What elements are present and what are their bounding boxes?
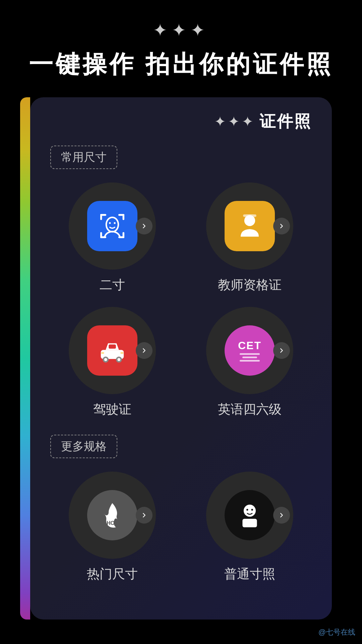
icon-hot: HOT: [87, 490, 137, 540]
section-common-label: 常用尺寸: [50, 146, 117, 169]
icon-wrap-car[interactable]: [69, 307, 156, 394]
icon-erchun: [87, 201, 137, 251]
svg-point-25: [246, 509, 248, 511]
person-icon: [235, 500, 265, 530]
sparkles-top: ✦✦✦: [153, 20, 209, 40]
svg-rect-1: [100, 214, 102, 220]
label-car: 驾驶证: [93, 401, 131, 418]
svg-text:HOT: HOT: [107, 520, 118, 526]
cet-line-3: [240, 360, 260, 362]
card-header: ✦✦✦ 证件照: [50, 111, 312, 132]
svg-point-19: [117, 358, 120, 361]
top-area: ✦✦✦ 一键操作 拍出你的证件照: [0, 0, 362, 87]
svg-rect-13: [243, 214, 256, 217]
svg-rect-7: [123, 232, 124, 238]
icon-wrap-erchun[interactable]: [69, 182, 156, 270]
chevron-hot[interactable]: [136, 507, 153, 524]
svg-rect-20: [101, 352, 104, 354]
svg-point-8: [106, 217, 118, 232]
main-title: 一键操作 拍出你的证件照: [29, 48, 333, 80]
label-normal: 普通寸照: [224, 566, 275, 583]
item-cet[interactable]: CET 英语四六级: [188, 307, 312, 418]
svg-point-26: [251, 509, 253, 511]
chevron-normal[interactable]: [273, 507, 290, 524]
common-items-grid: 二寸: [50, 182, 312, 418]
icon-normal: [225, 490, 275, 540]
label-cet: 英语四六级: [218, 401, 282, 418]
chevron-cet[interactable]: [273, 342, 290, 359]
teacher-icon: [235, 211, 265, 241]
item-hot[interactable]: HOT 热门尺寸: [50, 472, 174, 583]
icon-wrap-teacher[interactable]: [206, 182, 293, 270]
section-more-label: 更多规格: [50, 435, 117, 458]
card-title: 证件照: [259, 111, 312, 132]
label-teacher: 教师资格证: [218, 276, 282, 293]
icon-teacher: [225, 201, 275, 251]
item-teacher[interactable]: 教师资格证: [188, 182, 312, 293]
svg-point-23: [244, 505, 256, 517]
item-car[interactable]: 驾驶证: [50, 307, 174, 418]
watermark: @七号在线: [318, 627, 355, 637]
svg-rect-3: [123, 214, 124, 220]
hot-icon: HOT: [97, 500, 127, 530]
icon-wrap-cet[interactable]: CET: [206, 307, 293, 394]
car-icon: [97, 335, 127, 366]
svg-rect-5: [100, 232, 102, 238]
icon-wrap-hot[interactable]: HOT: [69, 472, 156, 559]
card-sparkles: ✦✦✦: [214, 113, 255, 130]
icon-cet: CET: [225, 325, 275, 376]
chevron-teacher[interactable]: [273, 218, 290, 234]
label-hot: 热门尺寸: [87, 566, 138, 583]
svg-rect-21: [120, 352, 123, 354]
item-erchun[interactable]: 二寸: [50, 182, 174, 293]
label-erchun: 二寸: [100, 276, 125, 293]
gradient-bar: [20, 97, 30, 620]
svg-point-9: [109, 222, 111, 224]
main-card: ✦✦✦ 证件照 常用尺寸: [30, 97, 332, 620]
chevron-erchun[interactable]: [136, 218, 153, 234]
cet-line-1: [240, 353, 260, 355]
svg-rect-24: [242, 519, 257, 527]
item-normal[interactable]: 普通寸照: [188, 472, 312, 583]
face-icon: [97, 211, 127, 241]
svg-point-10: [114, 222, 116, 224]
svg-point-17: [104, 358, 107, 361]
cet-lines: [240, 353, 260, 362]
chevron-car[interactable]: [136, 342, 153, 359]
cet-line-2: [242, 357, 257, 358]
icon-car: [87, 325, 137, 376]
cet-text: CET: [238, 339, 261, 352]
svg-rect-15: [109, 344, 116, 349]
icon-wrap-normal[interactable]: [206, 472, 293, 559]
more-items-grid: HOT 热门尺寸: [50, 472, 312, 583]
